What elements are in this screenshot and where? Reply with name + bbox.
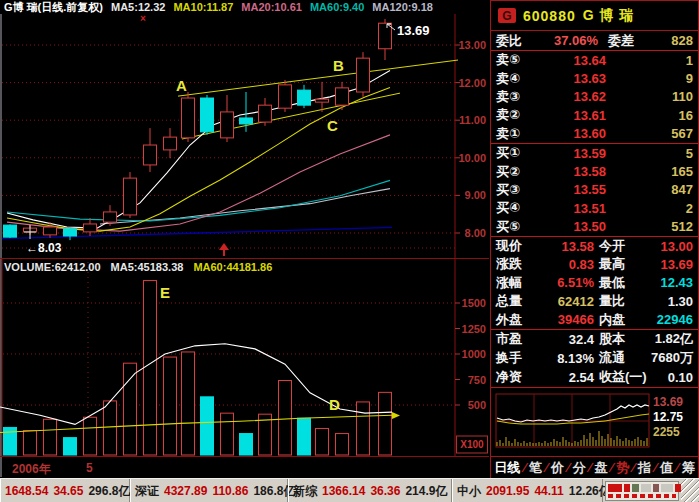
level-price[interactable]: 13.60 xyxy=(540,126,606,141)
ask-row[interactable]: 卖⑤13.641 xyxy=(491,51,698,69)
level-qty[interactable]: 2 xyxy=(610,201,693,216)
index-name: 深证 xyxy=(135,483,159,500)
heat-dashes xyxy=(608,494,676,498)
level-qty[interactable]: 165 xyxy=(610,164,693,179)
volume-chart[interactable]: 150012501000750500EDX100 xyxy=(0,258,490,458)
bid-row[interactable]: 买④13.512 xyxy=(491,199,698,217)
tab-价[interactable]: 价 xyxy=(551,459,564,477)
level-qty[interactable]: 110 xyxy=(610,89,693,104)
info-label: 最低 xyxy=(599,274,639,292)
main-candlestick-chart[interactable]: 13.0012.0011.0010.009.008.00ABC13.69←8.0… xyxy=(0,14,490,258)
info-label: 市盈 xyxy=(496,330,532,348)
tab-separator-icon: ∕ xyxy=(676,460,678,475)
level-qty[interactable]: 1 xyxy=(610,53,693,68)
tab-笔[interactable]: 笔 xyxy=(529,459,542,477)
stock-logo-icon: G xyxy=(498,8,516,23)
marker-x-icon: × xyxy=(140,14,146,24)
index-change: 34.65 xyxy=(53,484,83,498)
tab-筹[interactable]: 筹 xyxy=(682,459,695,477)
info-value: 62412 xyxy=(532,294,594,309)
tab-分[interactable]: 分 xyxy=(573,459,586,477)
index-section[interactable]: 中小2091.9544.1112.26亿 xyxy=(452,479,603,502)
index-value: 1648.54 xyxy=(5,484,48,498)
quote-info-row: 总量62412量比1.30 xyxy=(491,292,698,310)
volume-axis-label: 750 xyxy=(468,374,486,386)
volume-header: VOLUME:62412.00 MA5:45183.38 MA60:44181.… xyxy=(4,260,272,273)
tab-日线[interactable]: 日线 xyxy=(494,459,520,477)
info-label: 最高 xyxy=(599,255,639,273)
tab-指[interactable]: 指 xyxy=(638,459,651,477)
tab-势[interactable]: 势 xyxy=(616,459,629,477)
weibi-label: 委比 xyxy=(496,32,536,50)
mini-price-line xyxy=(497,405,649,422)
bid-row[interactable]: 买②13.58165 xyxy=(491,162,698,180)
level-price[interactable]: 13.63 xyxy=(540,71,606,86)
quote-info-row: 现价13.58今开13.00 xyxy=(491,237,698,255)
level-qty[interactable]: 847 xyxy=(610,182,693,197)
info-value: 1.30 xyxy=(639,294,693,309)
ma-legend-item: MA60:9.40 xyxy=(310,1,364,13)
tab-值[interactable]: 值 xyxy=(660,459,673,477)
index-section[interactable]: 深证4327.89110.86186.8亿 xyxy=(130,479,288,502)
bid-row[interactable]: 买③13.55847 xyxy=(491,181,698,199)
volume-value-label: VOLUME:62412.00 xyxy=(4,261,101,273)
info-label: 流通 xyxy=(599,349,639,367)
level-price[interactable]: 13.51 xyxy=(540,201,606,216)
level-price[interactable]: 13.55 xyxy=(540,182,606,197)
level-qty[interactable]: 512 xyxy=(610,219,693,234)
index-change: 110.86 xyxy=(212,484,248,498)
weibi-row: 委比 37.06% 委差 828 xyxy=(491,31,698,51)
info-value: 13.58 xyxy=(532,239,594,254)
level-label: 卖① xyxy=(496,125,540,143)
resize-grip-icon[interactable] xyxy=(681,479,699,502)
info-value: 39466 xyxy=(532,312,594,327)
quote-info-row: 涨跌0.83最高13.69 xyxy=(491,255,698,273)
last-price-annotation: 13.69 xyxy=(397,23,430,38)
volume-axis-label: 500 xyxy=(468,399,486,411)
info-value: 6.51% xyxy=(532,275,594,290)
level-price[interactable]: 13.62 xyxy=(540,89,606,104)
info-value: 32.4 xyxy=(532,332,594,347)
mini-trend-chart[interactable]: 13.6912.752255 xyxy=(491,388,698,452)
info-value: 1.82亿 xyxy=(639,330,693,348)
ask-row[interactable]: 卖③13.62110 xyxy=(491,88,698,106)
level-qty[interactable]: 5 xyxy=(610,146,693,161)
info-value: 7680万 xyxy=(639,349,693,367)
level-qty[interactable]: 16 xyxy=(610,108,693,123)
level-label: 卖⑤ xyxy=(496,51,540,69)
index-value: 2091.95 xyxy=(486,484,529,498)
quote-info-row: 外盘39466内盘22946 xyxy=(491,310,698,328)
quote-info-row: 市盈32.4股本1.82亿 xyxy=(491,330,698,349)
axis-year-label: 2006年 xyxy=(12,461,51,478)
heat-block xyxy=(624,484,630,492)
vol-ma-arrow-icon xyxy=(392,412,400,419)
level-qty[interactable]: 9 xyxy=(610,71,693,86)
ask-levels: 卖⑤13.641卖④13.639卖③13.62110卖②13.6116卖①13.… xyxy=(491,51,698,143)
tab-盘[interactable]: 盘 xyxy=(595,459,608,477)
bid-row[interactable]: 买⑤13.50512 xyxy=(491,218,698,236)
ma10-line xyxy=(7,87,390,231)
level-qty[interactable]: 567 xyxy=(610,126,693,141)
index-section[interactable]: 新综1366.1436.36214.9亿 xyxy=(288,479,452,502)
heat-block xyxy=(632,484,639,492)
info-label: 换手 xyxy=(496,349,532,367)
stock-terminal-window: G博 瑞(日线.前复权) MA5:12.32MA10:11.87MA20:10.… xyxy=(0,0,699,502)
level-price[interactable]: 13.59 xyxy=(540,146,606,161)
chart-letter-label: A xyxy=(176,77,187,94)
info-label: 涨幅 xyxy=(496,274,532,292)
weibi-value: 37.06% xyxy=(536,33,598,48)
ask-row[interactable]: 卖①13.60567 xyxy=(491,125,698,143)
level-price[interactable]: 13.50 xyxy=(540,219,606,234)
volume-axis-label: 1500 xyxy=(462,297,486,309)
bid-row[interactable]: 买①13.595 xyxy=(491,144,698,162)
ask-row[interactable]: 卖④13.639 xyxy=(491,69,698,87)
level-price[interactable]: 13.61 xyxy=(540,108,606,123)
level-price[interactable]: 13.64 xyxy=(540,53,606,68)
heat-block xyxy=(661,484,673,492)
level-price[interactable]: 13.58 xyxy=(540,164,606,179)
ask-row[interactable]: 卖②13.6116 xyxy=(491,106,698,124)
volume-axis-label: 1000 xyxy=(462,348,486,360)
tab-separator-icon: ∕ xyxy=(589,460,591,475)
index-section[interactable]: 1648.5434.65296.8亿 xyxy=(0,479,130,502)
heat-block xyxy=(675,484,681,492)
